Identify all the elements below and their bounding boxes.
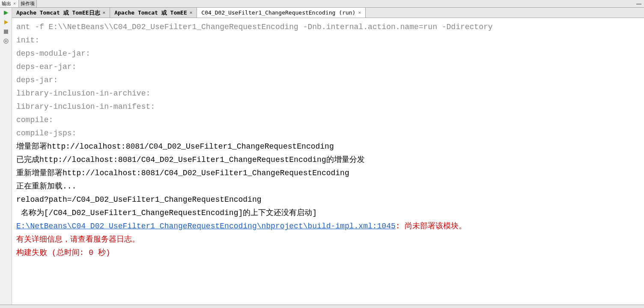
- console-line: 正在重新加载...: [16, 180, 640, 193]
- console-line: 已完成http://localhost:8081/C04_D02_UseFilt…: [16, 153, 640, 167]
- run-icon[interactable]: [3, 19, 9, 26]
- tab-label: Apache Tomcat 或 TomEE: [114, 9, 187, 17]
- console-line: library-inclusion-in-manifest:: [16, 100, 640, 114]
- svg-point-2: [5, 40, 7, 42]
- bottom-border: [0, 305, 644, 308]
- console-line: compile:: [16, 114, 640, 127]
- tab-label: C04_D02_UseFilter1_ChangeRequestEncoding…: [201, 9, 355, 16]
- console-error-detail: 有关详细信息，请查看服务器日志。: [16, 233, 640, 246]
- tab-tomcat[interactable]: Apache Tomcat 或 TomEE ×: [110, 8, 197, 18]
- svg-rect-0: [4, 30, 8, 34]
- console-line: deps-module-jar:: [16, 47, 640, 60]
- tab-actions[interactable]: 操作项: [19, 0, 37, 7]
- console-line: 名称为[/C04_D02_UseFilter1_ChangeRequestEnc…: [16, 206, 640, 220]
- console-error-line: E:\NetBeans\C04_D02_UseFilter1_ChangeReq…: [16, 220, 640, 233]
- minimize-icon: —: [636, 1, 641, 7]
- console-line: 重新增量部署http://localhost:8081/C04_D02_UseF…: [16, 167, 640, 180]
- console-build-fail: 构建失败 (总时间: 0 秒): [16, 246, 640, 260]
- minimize-button[interactable]: —: [634, 0, 644, 7]
- output-tabs: Apache Tomcat 或 TomEE日志 × Apache Tomcat …: [12, 8, 644, 18]
- console-line: compile-jsps:: [16, 127, 640, 140]
- tab-label: 输出: [2, 0, 11, 7]
- content-area: Apache Tomcat 或 TomEE日志 × Apache Tomcat …: [12, 8, 644, 305]
- close-icon[interactable]: ×: [190, 10, 193, 15]
- panel-tabs: 输出 × 操作项 —: [0, 0, 644, 8]
- settings-icon[interactable]: [3, 38, 9, 45]
- console-line: ant -f E:\\NetBeans\\C04_D02_UseFilter1_…: [16, 21, 640, 34]
- console-line: deps-jar:: [16, 74, 640, 87]
- close-icon[interactable]: ×: [358, 10, 361, 15]
- toolbar-gutter: [0, 8, 12, 305]
- close-icon[interactable]: ×: [103, 10, 106, 15]
- console-line: 增量部署http://localhost:8081/C04_D02_UseFil…: [16, 140, 640, 153]
- tab-tomcat-log[interactable]: Apache Tomcat 或 TomEE日志 ×: [12, 8, 110, 18]
- console-output[interactable]: ant -f E:\\NetBeans\\C04_D02_UseFilter1_…: [12, 18, 644, 305]
- error-file-link[interactable]: E:\NetBeans\C04_D02_UseFilter1_ChangeReq…: [16, 222, 396, 230]
- stop-icon[interactable]: [3, 28, 9, 35]
- close-icon[interactable]: ×: [12, 1, 17, 6]
- console-line: reload?path=/C04_D02_UseFilter1_ChangeRe…: [16, 193, 640, 206]
- main-area: Apache Tomcat 或 TomEE日志 × Apache Tomcat …: [0, 8, 644, 305]
- tab-run-output[interactable]: C04_D02_UseFilter1_ChangeRequestEncoding…: [197, 8, 366, 18]
- rerun-icon[interactable]: [3, 9, 9, 16]
- tab-label: Apache Tomcat 或 TomEE日志: [16, 9, 100, 17]
- tab-label: 操作项: [21, 0, 35, 7]
- tab-output[interactable]: 输出 ×: [0, 0, 19, 7]
- console-line: init:: [16, 34, 640, 47]
- console-line: library-inclusion-in-archive:: [16, 87, 640, 100]
- console-line: deps-ear-jar:: [16, 60, 640, 74]
